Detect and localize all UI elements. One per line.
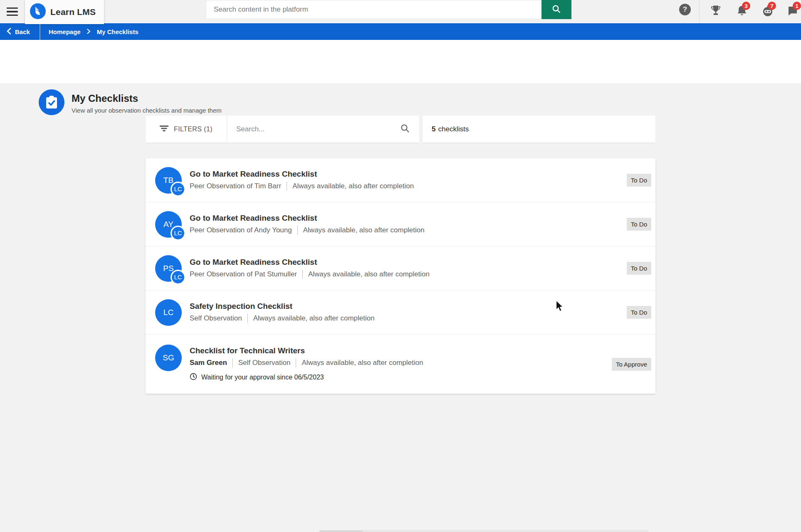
- checklist-detail: Always available, also after completion: [308, 270, 430, 278]
- waiting-approval-text: Waiting for your approval since 06/5/202…: [201, 374, 324, 381]
- checklist-title: Go to Market Readiness Checklist: [190, 258, 430, 267]
- avatar-initials: LC: [163, 308, 173, 317]
- row-text: Go to Market Readiness Checklist Peer Ob…: [190, 206, 425, 242]
- checklist-row[interactable]: LC Safety Inspection Checklist Self Obse…: [146, 291, 655, 335]
- avatar-initials: PS: [163, 264, 173, 273]
- checklist-detail: Always available, also after completion: [303, 226, 425, 234]
- checklist-owner: Sam Green: [190, 359, 227, 367]
- bell-badge: 3: [742, 2, 750, 10]
- avatar: LC: [155, 299, 182, 326]
- checklist-count-label: checklists: [438, 125, 469, 133]
- avatar: AY LC: [155, 211, 182, 238]
- breadcrumb-divider: [40, 23, 40, 40]
- list-search: [227, 116, 419, 143]
- avatar-overlay-badge: LC: [171, 270, 185, 285]
- top-header: Learn LMS ? 3: [0, 0, 801, 23]
- meta-divider: [232, 358, 233, 367]
- checklist-title: Go to Market Readiness Checklist: [190, 170, 414, 179]
- checklist-meta: Peer Observation of Pat StumullerAlways …: [190, 270, 430, 279]
- page-title: My Checklists: [72, 93, 138, 104]
- checklist-row[interactable]: SG Checklist for Technical Writers Sam G…: [146, 335, 655, 394]
- chevron-left-icon: [7, 28, 11, 36]
- checklist-clipboard-icon: [39, 89, 64, 115]
- clock-icon: [190, 373, 197, 382]
- meta-divider: [296, 358, 296, 367]
- bottom-peek-panel: [320, 530, 649, 532]
- checklist-detail: Always available, also after completion: [302, 359, 423, 367]
- checklist-list: TB LC Go to Market Readiness Checklist P…: [146, 158, 655, 394]
- status-badge: To Approve: [612, 358, 651, 371]
- avatar-initials: SG: [163, 353, 174, 362]
- back-button[interactable]: Back: [7, 23, 30, 40]
- status-badge: To Do: [627, 174, 651, 187]
- checklist-meta: Sam Green Self ObservationAlways availab…: [190, 358, 423, 367]
- bottom-peek-handle: [319, 530, 363, 532]
- robot-badge: 7: [768, 2, 776, 10]
- avatar-initials: TB: [163, 176, 173, 185]
- row-text: Go to Market Readiness Checklist Peer Ob…: [190, 162, 414, 198]
- notifications-bell-icon[interactable]: 3: [736, 5, 748, 17]
- checklist-detail: Always available, also after completion: [253, 314, 375, 323]
- chevron-right-icon: [87, 28, 91, 35]
- page-title-section: My Checklists View all your observation …: [0, 40, 801, 83]
- list-search-input[interactable]: [236, 125, 396, 133]
- checklist-row[interactable]: TB LC Go to Market Readiness Checklist P…: [146, 158, 655, 202]
- status-badge: To Do: [627, 262, 651, 275]
- avatar-initials: AY: [163, 220, 173, 229]
- breadcrumb: Homepage My Checklists: [49, 23, 138, 40]
- breadcrumb-item-homepage[interactable]: Homepage: [49, 28, 81, 35]
- meta-divider: [247, 314, 248, 323]
- checklist-detail: Peer Observation of Andy Young: [190, 226, 292, 234]
- filters-button[interactable]: FILTERS (1): [146, 116, 227, 143]
- checklist-detail: Self Observation: [238, 359, 291, 367]
- status-badge: To Do: [627, 218, 651, 231]
- checklist-meta: Peer Observation of Tim BarrAlways avail…: [190, 182, 414, 191]
- search-icon: [551, 4, 561, 15]
- checklist-detail: Self Observation: [190, 314, 242, 323]
- checklist-meta: Self ObservationAlways available, also a…: [190, 314, 375, 323]
- messages-chat-icon[interactable]: 1: [786, 5, 799, 17]
- checklist-title: Go to Market Readiness Checklist: [190, 214, 425, 223]
- assistant-robot-icon[interactable]: 7: [761, 5, 774, 17]
- meta-divider: [302, 270, 303, 279]
- global-search: [206, 0, 571, 19]
- checklist-count-value: 5: [432, 125, 435, 133]
- row-text: Go to Market Readiness Checklist Peer Ob…: [190, 250, 430, 286]
- help-icon[interactable]: ?: [679, 4, 691, 15]
- page-subtitle: View all your observation checklists and…: [72, 107, 222, 114]
- meta-divider: [297, 226, 298, 235]
- avatar-overlay-badge: LC: [171, 226, 185, 241]
- hamburger-menu-icon[interactable]: [7, 6, 19, 17]
- avatar: TB LC: [155, 167, 182, 194]
- header-divider: [699, 0, 700, 23]
- gamification-trophy-icon[interactable]: [710, 5, 722, 17]
- avatar: PS LC: [155, 255, 182, 282]
- global-search-input[interactable]: [206, 0, 541, 19]
- checklist-row[interactable]: PS LC Go to Market Readiness Checklist P…: [146, 246, 655, 291]
- logo-text: Learn LMS: [50, 7, 96, 17]
- meta-divider: [287, 182, 287, 191]
- list-search-icon[interactable]: [400, 123, 410, 135]
- checklist-title: Checklist for Technical Writers: [190, 346, 423, 355]
- row-text: Safety Inspection Checklist Self Observa…: [190, 294, 375, 330]
- waiting-approval-line: Waiting for your approval since 06/5/202…: [190, 373, 423, 382]
- checklist-title: Safety Inspection Checklist: [190, 302, 375, 311]
- app-logo[interactable]: Learn LMS: [25, 0, 104, 24]
- list-toolbar: FILTERS (1): [146, 116, 419, 143]
- checklist-meta: Peer Observation of Andy YoungAlways ava…: [190, 226, 425, 235]
- checklist-row[interactable]: AY LC Go to Market Readiness Checklist P…: [146, 202, 655, 246]
- row-text: Checklist for Technical Writers Sam Gree…: [190, 339, 423, 389]
- back-label: Back: [15, 28, 30, 35]
- avatar: SG: [155, 345, 182, 371]
- logo-mark-icon: [30, 3, 46, 21]
- checklist-detail: Peer Observation of Tim Barr: [190, 182, 281, 190]
- filter-funnel-icon: [160, 125, 168, 133]
- chat-badge: 1: [793, 2, 801, 10]
- global-search-button[interactable]: [541, 0, 571, 19]
- filters-label: FILTERS (1): [174, 126, 213, 133]
- breadcrumb-item-current: My Checklists: [97, 28, 138, 35]
- checklist-detail: Peer Observation of Pat Stumuller: [190, 270, 297, 278]
- checklist-detail: Always available, also after completion: [292, 182, 414, 190]
- avatar-overlay-badge: LC: [171, 182, 185, 197]
- checklist-count-card: 5 checklists: [423, 116, 655, 143]
